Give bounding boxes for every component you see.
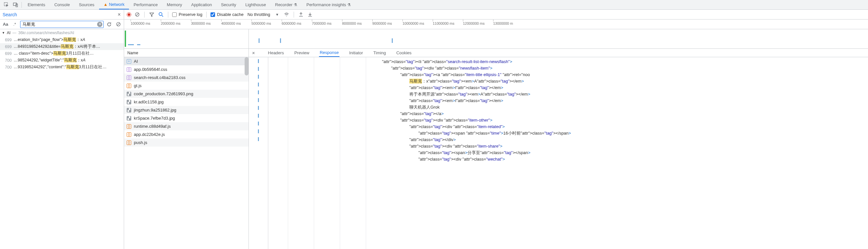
chevron-down-icon[interactable]: ▾ — [274, 11, 281, 18]
timeline-tick: 13000000 m — [493, 22, 513, 25]
svg-line-6 — [162, 15, 163, 17]
warning-icon: ▲ — [104, 2, 108, 7]
request-list: ≡AI{}app.0b59564f.css{}search-result.c4b… — [124, 57, 249, 249]
line-number: 699 — [3, 45, 13, 49]
tab-recorder[interactable]: Recorder ⚗ — [271, 0, 302, 9]
request-row[interactable]: {}search-result.c4ba2183.css — [124, 74, 249, 82]
refresh-icon[interactable] — [105, 21, 113, 28]
timeline-tick: 9000000 ms — [372, 22, 392, 25]
scrollbar[interactable] — [245, 57, 249, 76]
request-name: app.dc22b42e.js — [134, 132, 165, 137]
wifi-icon[interactable] — [283, 11, 290, 18]
img-file-icon: ▞ — [127, 116, 131, 120]
response-body[interactable]: "attr">class="tag"><li "attr">class="sea… — [268, 57, 868, 249]
img-file-icon: ▞ — [127, 100, 131, 104]
request-row[interactable]: ▞code_production.72d61993.png — [124, 90, 249, 98]
timeline-tick: 11000000 ms — [433, 22, 455, 25]
search-result-row[interactable]: 700…931985244292","content":"马斯克3月11日在社… — [0, 64, 124, 71]
request-name: kr.ad0c1158.jpg — [134, 100, 164, 104]
request-name: krSpace.7efbe7d3.jpg — [134, 116, 175, 120]
request-name: push.js — [134, 140, 147, 145]
timeline-tick: 3000000 ms — [191, 22, 211, 25]
clear-search-icon[interactable]: ✕ — [97, 22, 102, 27]
tab-lighthouse[interactable]: Lighthouse — [241, 0, 271, 9]
tab-sources[interactable]: Sources — [74, 0, 99, 9]
detail-tab-timing[interactable]: Timing — [373, 49, 386, 57]
request-name: code_production.72d61993.png — [134, 91, 193, 96]
tab-elements[interactable]: Elements — [23, 0, 50, 9]
tab-performance-insights[interactable]: Performance insights ⚗ — [302, 0, 355, 9]
cancel-search-icon[interactable] — [115, 21, 122, 28]
line-number: 699 — [3, 51, 13, 56]
search-result-row[interactable]: 699… class="item-desc">马斯克3月11日在社… — [0, 50, 124, 57]
devtools-tabs-bar: ElementsConsoleSources▲NetworkPerformanc… — [0, 0, 868, 10]
search-result-group[interactable]: ▼ AI — 36kr.com/search/newsflashes/AI — [0, 29, 124, 36]
tab-security[interactable]: Security — [216, 0, 241, 9]
request-row[interactable]: {}app.0b59564f.css — [124, 65, 249, 74]
clear-icon[interactable] — [134, 11, 140, 18]
close-detail-icon[interactable]: × — [252, 50, 255, 56]
search-icon[interactable] — [158, 11, 164, 18]
collapse-triangle-icon[interactable]: ▼ — [2, 31, 5, 34]
detail-tab-preview[interactable]: Preview — [294, 49, 310, 57]
close-icon[interactable]: × — [115, 12, 124, 18]
beaker-icon: ⚗ — [347, 3, 351, 7]
detail-tab-initiator[interactable]: Initiator — [348, 49, 364, 57]
img-file-icon: ▞ — [127, 108, 131, 112]
detail-tab-response[interactable]: Response — [319, 49, 339, 57]
request-name: app.0b59564f.css — [134, 67, 167, 72]
request-row[interactable]: ▞jingzhun.9a251862.jpg — [124, 106, 249, 114]
tab-memory[interactable]: Memory — [162, 0, 187, 9]
request-row[interactable]: {}app.dc22b42e.js — [124, 130, 249, 138]
timeline-ruler[interactable]: 1000000 ms2000000 ms3000000 ms4000000 ms… — [124, 20, 868, 29]
upload-icon[interactable] — [298, 11, 304, 18]
timeline-tick: 1000000 ms — [131, 22, 150, 25]
tab-console[interactable]: Console — [50, 0, 74, 9]
request-name: AI — [134, 59, 138, 64]
throttling-select[interactable]: No throttling — [246, 12, 272, 17]
svg-point-7 — [286, 16, 287, 16]
requests-name-header[interactable]: Name — [124, 49, 249, 57]
request-row[interactable]: ▞kr.ad0c1158.jpg — [124, 98, 249, 106]
record-button[interactable] — [127, 12, 131, 17]
request-row[interactable]: ≡AI — [124, 57, 249, 65]
network-overview-strip[interactable] — [124, 29, 249, 49]
line-number: 700 — [3, 65, 13, 70]
detail-tab-headers[interactable]: Headers — [267, 49, 285, 57]
filter-icon[interactable] — [149, 11, 155, 18]
tab-performance[interactable]: Performance — [129, 0, 162, 9]
request-row[interactable]: ▞krSpace.7efbe7d3.jpg — [124, 114, 249, 122]
inspect-element-icon[interactable] — [2, 0, 11, 9]
request-row[interactable]: {}runtime.c88d49af.js — [124, 122, 249, 130]
regex-toggle[interactable]: .* — [11, 21, 18, 28]
js-file-icon: {} — [127, 124, 131, 129]
download-icon[interactable] — [307, 11, 313, 18]
timeline-tick: 8000000 ms — [342, 22, 362, 25]
svg-line-9 — [117, 23, 120, 26]
timeline-tick: 4000000 ms — [221, 22, 241, 25]
request-name: gt.js — [134, 83, 142, 88]
detail-overview-strip[interactable] — [249, 29, 868, 49]
request-row[interactable]: {}gt.js — [124, 82, 249, 90]
match-case-toggle[interactable]: Aa — [2, 21, 9, 28]
request-name: jingzhun.9a251862.jpg — [134, 108, 176, 112]
detail-tab-cookies[interactable]: Cookies — [396, 49, 412, 57]
tab-application[interactable]: Application — [187, 0, 217, 9]
search-result-row[interactable]: 700…985244292,"widgetTitle":"马斯克：xA — [0, 57, 124, 64]
timeline-tick: 10000000 ms — [402, 22, 424, 25]
device-toolbar-icon[interactable] — [11, 0, 20, 9]
request-row[interactable]: {}push.js — [124, 138, 249, 147]
preserve-log-checkbox[interactable]: Preserve log — [172, 12, 203, 17]
search-result-row[interactable]: 699…eration_list="page_flow">马斯克：xA — [0, 36, 124, 43]
disable-cache-checkbox[interactable]: Disable cache — [211, 12, 244, 17]
tab-network[interactable]: ▲Network — [99, 0, 129, 9]
timeline-tick: 5000000 ms — [251, 22, 271, 25]
timeline-tick: 2000000 ms — [161, 22, 181, 25]
search-result-row[interactable]: 699…84931985244292&title=马斯克：xAI将于本… — [0, 43, 124, 50]
search-input[interactable] — [20, 21, 104, 28]
timeline-tick: 12000000 ms — [463, 22, 485, 25]
response-gutter — [249, 57, 268, 249]
css-file-icon: {} — [127, 76, 131, 80]
search-drawer-header: Search × — [0, 10, 124, 19]
timeline-tick: 6000000 ms — [282, 22, 302, 25]
